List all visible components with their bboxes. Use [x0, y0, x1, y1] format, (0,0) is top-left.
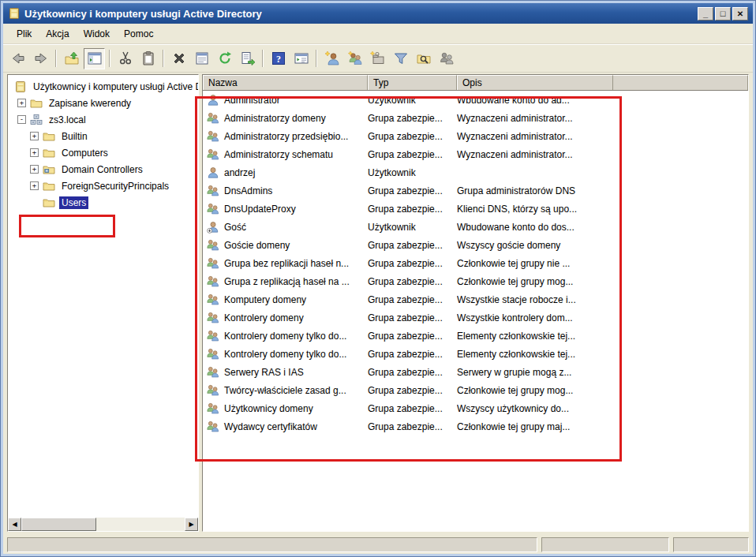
group-icon — [207, 112, 219, 125]
tree-item-zs3-local[interactable]: -zs3.local — [8, 111, 198, 128]
maximize-button[interactable]: □ — [715, 7, 731, 21]
list-row-administratorzy-schematu[interactable]: Administratorzy schematuGrupa zabezpie..… — [203, 145, 748, 163]
toolbar-refresh-button[interactable] — [214, 48, 235, 69]
list-row-kontrolery-domeny-tylko-do[interactable]: Kontrolery domeny tylko do...Grupa zabez… — [203, 327, 748, 345]
toolbar-delete-button[interactable] — [168, 48, 189, 69]
list-row-wydawcy-certyfikatów[interactable]: Wydawcy certyfikatówGrupa zabezpie...Czł… — [203, 417, 748, 436]
filter-icon — [393, 50, 409, 66]
tree-item-domain-controllers[interactable]: +Domain Controllers — [8, 161, 198, 178]
user-icon — [207, 166, 219, 179]
toolbar-show-console-tree-button[interactable] — [84, 48, 105, 69]
tree-item-computers[interactable]: +Computers — [8, 144, 198, 161]
toolbar-up-one-level-button[interactable] — [61, 48, 82, 69]
menu-plik[interactable]: Plik — [9, 26, 39, 42]
cell-type: Grupa zabezpie... — [368, 349, 457, 360]
group-icon — [207, 148, 219, 161]
toolbar-show-description-bar-button[interactable] — [290, 48, 312, 69]
cell-type: Grupa zabezpie... — [368, 185, 457, 196]
tree-item-label: Users — [59, 196, 88, 209]
toolbar-new-organizational-unit-button[interactable] — [367, 48, 388, 69]
console-tree-panel: Użytkownicy i komputery usługi Active Di… — [7, 74, 199, 532]
column-header-nazwa[interactable]: Nazwa — [203, 75, 368, 90]
toolbar-filter-button[interactable] — [390, 48, 411, 69]
toolbar-help-button[interactable]: ? — [268, 48, 289, 69]
object-name: Kontrolery domeny — [224, 312, 304, 323]
cell-name: Kontrolery domeny tylko do... — [203, 330, 368, 342]
toolbar-back-button[interactable] — [7, 48, 28, 69]
scroll-right-icon[interactable]: ▶ — [185, 518, 198, 531]
cell-name: Kontrolery domeny — [203, 312, 368, 324]
minimize-button[interactable]: _ — [698, 7, 713, 21]
expand-icon[interactable]: + — [30, 165, 39, 174]
tree-item-users[interactable]: Users — [8, 194, 198, 211]
cell-type: Użytkownik — [368, 95, 457, 106]
list-row-użytkownicy-domeny[interactable]: Użytkownicy domenyGrupa zabezpie...Wszys… — [203, 399, 748, 417]
folder-icon — [43, 180, 55, 193]
list-row-gość[interactable]: GośćUżytkownikWbudowane konto do dos... — [203, 218, 748, 236]
list-row-grupa-bez-replikacji-haseł-n[interactable]: Grupa bez replikacji haseł n...Grupa zab… — [203, 254, 748, 272]
list-row-dnsupdateproxy[interactable]: DnsUpdateProxyGrupa zabezpie...Klienci D… — [203, 200, 748, 218]
column-header-opis[interactable]: Opis — [457, 75, 613, 90]
scrollbar-track[interactable] — [96, 518, 185, 531]
list-row-komputery-domeny[interactable]: Komputery domenyGrupa zabezpie...Wszystk… — [203, 290, 748, 308]
list-row-goście-domeny[interactable]: Goście domenyGrupa zabezpie...Wszyscy go… — [203, 236, 748, 254]
object-name: Kontrolery domeny tylko do... — [224, 331, 346, 342]
menu-widok[interactable]: Widok — [77, 26, 117, 42]
list-row-dnsadmins[interactable]: DnsAdminsGrupa zabezpie...Grupa administ… — [203, 181, 748, 200]
expand-icon[interactable]: + — [30, 181, 39, 190]
menu-pomoc[interactable]: Pomoc — [117, 26, 160, 42]
tree-item-zapisane-kwerendy[interactable]: +Zapisane kwerendy — [8, 95, 198, 111]
cell-name: Serwery RAS i IAS — [203, 366, 368, 379]
cell-description: Wszystkie kontrolery dom... — [457, 312, 613, 323]
object-name: Komputery domeny — [224, 294, 306, 305]
export-list-icon — [240, 50, 256, 66]
object-list-panel: NazwaTypOpis AdministratorUżytkownikWbud… — [202, 74, 749, 532]
toolbar-add-members-button[interactable] — [436, 48, 457, 69]
cell-type: Użytkownik — [368, 167, 457, 178]
object-name: DnsAdmins — [224, 185, 272, 196]
list-row-administratorzy-przedsiębio[interactable]: Administratorzy przedsiębio...Grupa zabe… — [203, 127, 748, 145]
toolbar-find-button[interactable] — [413, 48, 434, 69]
toolbar-properties-button[interactable] — [191, 48, 212, 69]
menu-akcja[interactable]: Akcja — [39, 26, 76, 42]
tree-item-foreignsecurityprincipals[interactable]: +ForeignSecurityPrincipals — [8, 178, 198, 194]
scroll-left-icon[interactable]: ◀ — [8, 518, 21, 531]
list-row-kontrolery-domeny[interactable]: Kontrolery domenyGrupa zabezpie...Wszyst… — [203, 308, 748, 327]
cell-description: Członkowie tej grupy nie ... — [457, 258, 613, 269]
cell-type: Grupa zabezpie... — [368, 403, 457, 414]
cell-description: Elementy członkowskie tej... — [457, 331, 613, 342]
group-icon — [207, 275, 219, 288]
tree-horizontal-scrollbar[interactable]: ◀ ▶ — [8, 518, 198, 531]
list-row-kontrolery-domeny-tylko-do[interactable]: Kontrolery domeny tylko do...Grupa zabez… — [203, 345, 748, 363]
object-name: Administrator — [224, 95, 280, 106]
toolbar-forward-button[interactable] — [30, 48, 51, 69]
expand-icon[interactable]: + — [30, 132, 39, 140]
column-header-typ[interactable]: Typ — [368, 75, 457, 90]
expand-icon[interactable]: + — [17, 99, 26, 107]
toolbar-new-group-button[interactable] — [344, 48, 365, 69]
close-button[interactable]: ✕ — [732, 7, 748, 21]
scrollbar-thumb[interactable] — [21, 518, 96, 531]
title-bar[interactable]: Użytkownicy i komputery usługi Active Di… — [3, 3, 753, 24]
list-row-twórcy-właściciele-zasad-g[interactable]: Twórcy-właściciele zasad g...Grupa zabez… — [203, 381, 748, 399]
toolbar-export-list-button[interactable] — [237, 48, 258, 69]
toolbar: ? — [3, 44, 753, 73]
ou-icon — [43, 163, 55, 176]
list-row-serwery-ras-i-ias[interactable]: Serwery RAS i IASGrupa zabezpie...Serwer… — [203, 363, 748, 381]
list-row-grupa-z-replikacją-haseł-na[interactable]: Grupa z replikacją haseł na ...Grupa zab… — [203, 272, 748, 290]
list-row-andrzej[interactable]: andrzejUżytkownik — [203, 163, 748, 181]
expand-icon[interactable]: + — [30, 148, 39, 157]
list-row-administratorzy-domeny[interactable]: Administratorzy domenyGrupa zabezpie...W… — [203, 109, 748, 127]
collapse-icon[interactable]: - — [17, 115, 26, 124]
object-name: Wydawcy certyfikatów — [224, 421, 317, 432]
tree-item-builtin[interactable]: +Builtin — [8, 128, 198, 144]
column-header-filler — [613, 75, 748, 90]
tree-item-użytkownicy-i-komputery-usługi-active-directory[interactable]: Użytkownicy i komputery usługi Active Di… — [8, 78, 198, 95]
toolbar-new-user-button[interactable] — [321, 48, 342, 69]
toolbar-paste-button[interactable] — [137, 48, 159, 69]
paste-icon — [140, 50, 156, 66]
toolbar-cut-button[interactable] — [114, 48, 136, 69]
console-icon — [14, 80, 27, 93]
group-icon — [207, 384, 219, 397]
list-row-administrator[interactable]: AdministratorUżytkownikWbudowane konto d… — [203, 91, 748, 109]
